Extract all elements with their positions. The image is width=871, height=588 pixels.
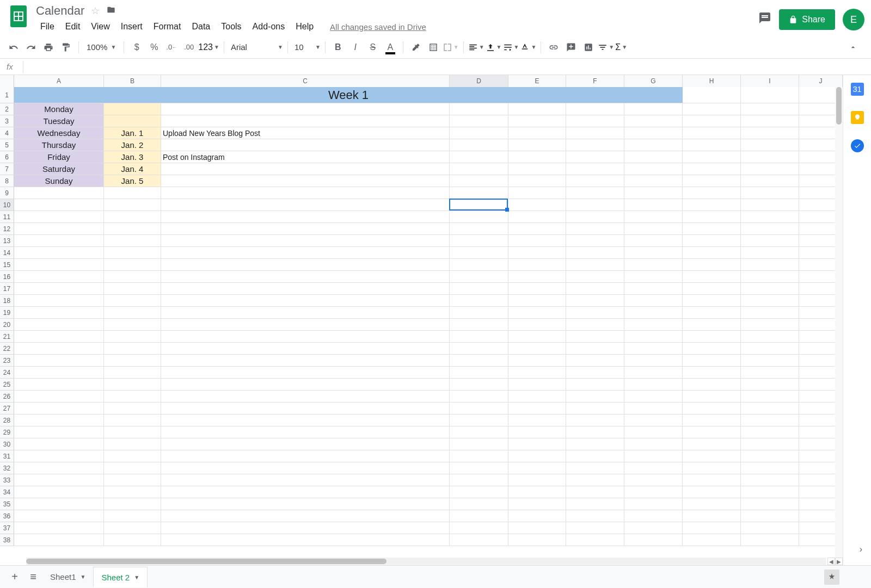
cell[interactable] xyxy=(624,331,683,343)
cell[interactable] xyxy=(104,510,161,522)
cell[interactable] xyxy=(508,391,566,403)
horizontal-scrollbar[interactable] xyxy=(26,558,826,565)
row-header-32[interactable]: 32 xyxy=(0,462,14,474)
cell[interactable] xyxy=(508,319,566,331)
cell[interactable] xyxy=(161,211,450,223)
cell[interactable] xyxy=(508,498,566,510)
cell[interactable] xyxy=(741,486,799,498)
cell[interactable] xyxy=(566,211,624,223)
cell[interactable] xyxy=(161,355,450,367)
row-header-16[interactable]: 16 xyxy=(0,271,14,283)
cell[interactable] xyxy=(508,331,566,343)
cell[interactable] xyxy=(741,211,799,223)
cell[interactable] xyxy=(450,211,508,223)
cell[interactable] xyxy=(104,295,161,307)
text-rotation-button[interactable]: ▼ xyxy=(520,42,536,52)
cell[interactable] xyxy=(450,486,508,498)
cell[interactable] xyxy=(14,343,104,355)
explore-button[interactable] xyxy=(824,570,839,585)
undo-button[interactable] xyxy=(5,39,22,55)
cell[interactable] xyxy=(161,199,450,211)
account-avatar[interactable]: E xyxy=(843,9,864,30)
cell[interactable] xyxy=(450,103,508,115)
cell[interactable] xyxy=(683,522,741,534)
cell[interactable] xyxy=(624,414,683,426)
cell[interactable] xyxy=(450,462,508,474)
cell[interactable] xyxy=(14,331,104,343)
cell[interactable] xyxy=(161,223,450,235)
cell[interactable] xyxy=(566,103,624,115)
cell[interactable] xyxy=(14,271,104,283)
cell[interactable] xyxy=(450,438,508,450)
cell[interactable] xyxy=(683,474,741,486)
cell[interactable] xyxy=(624,462,683,474)
date-cell[interactable]: Jan. 5 xyxy=(104,175,161,187)
cell[interactable] xyxy=(14,379,104,391)
cell[interactable] xyxy=(683,199,741,211)
cell[interactable] xyxy=(624,438,683,450)
column-header-C[interactable]: C xyxy=(161,75,450,87)
cell[interactable] xyxy=(508,235,566,247)
cell[interactable] xyxy=(624,486,683,498)
cell[interactable] xyxy=(450,127,508,139)
all-sheets-button[interactable]: ≡ xyxy=(24,568,42,586)
cell[interactable] xyxy=(508,438,566,450)
calendar-addon-icon[interactable]: 31 xyxy=(851,83,864,96)
cell[interactable] xyxy=(508,247,566,259)
cell[interactable] xyxy=(14,522,104,534)
cell[interactable] xyxy=(104,367,161,379)
cell[interactable] xyxy=(104,426,161,438)
cell[interactable] xyxy=(104,474,161,486)
cell[interactable] xyxy=(624,295,683,307)
cell[interactable] xyxy=(450,426,508,438)
cell[interactable] xyxy=(508,367,566,379)
cell[interactable] xyxy=(683,115,741,127)
row-header-26[interactable]: 26 xyxy=(0,391,14,403)
cells[interactable]: Week 1MondayTuesdayWednesdayJan. 1Upload… xyxy=(14,87,843,546)
cell[interactable] xyxy=(104,355,161,367)
row-header-38[interactable]: 38 xyxy=(0,534,14,546)
cell[interactable] xyxy=(450,307,508,319)
row-header-10[interactable]: 10 xyxy=(0,199,14,211)
cell[interactable] xyxy=(741,199,799,211)
cell[interactable] xyxy=(683,247,741,259)
date-cell[interactable] xyxy=(104,115,161,127)
cell[interactable] xyxy=(741,319,799,331)
cell[interactable] xyxy=(161,534,450,546)
task-cell[interactable] xyxy=(161,139,450,151)
cell[interactable] xyxy=(741,414,799,426)
functions-button[interactable]: Σ▼ xyxy=(615,42,627,52)
cell[interactable] xyxy=(104,486,161,498)
cell[interactable] xyxy=(508,474,566,486)
cell[interactable] xyxy=(566,486,624,498)
star-icon[interactable]: ☆ xyxy=(91,5,100,17)
cell[interactable] xyxy=(450,271,508,283)
italic-button[interactable]: I xyxy=(347,39,364,55)
cell[interactable] xyxy=(508,534,566,546)
cell[interactable] xyxy=(508,223,566,235)
cell[interactable] xyxy=(566,259,624,271)
cell[interactable] xyxy=(624,367,683,379)
date-cell[interactable]: Jan. 3 xyxy=(104,151,161,163)
cell[interactable] xyxy=(450,139,508,151)
bold-button[interactable]: B xyxy=(330,39,346,55)
cell[interactable] xyxy=(566,414,624,426)
cell[interactable] xyxy=(450,331,508,343)
cell[interactable] xyxy=(508,163,566,175)
cell[interactable] xyxy=(450,414,508,426)
cell[interactable] xyxy=(104,247,161,259)
menu-help[interactable]: Help xyxy=(291,21,318,33)
cell[interactable] xyxy=(161,379,450,391)
scroll-right-button[interactable]: ▶ xyxy=(835,558,843,565)
day-cell[interactable]: Monday xyxy=(14,103,104,115)
task-cell[interactable] xyxy=(161,175,450,187)
cell[interactable] xyxy=(566,139,624,151)
week-header-cell[interactable]: Week 1 xyxy=(14,87,683,103)
row-header-31[interactable]: 31 xyxy=(0,450,14,462)
scrollbar-thumb[interactable] xyxy=(26,559,387,564)
cell[interactable] xyxy=(161,391,450,403)
insert-comment-button[interactable] xyxy=(563,39,579,55)
cell[interactable] xyxy=(14,295,104,307)
cell[interactable] xyxy=(450,379,508,391)
cell[interactable] xyxy=(741,367,799,379)
